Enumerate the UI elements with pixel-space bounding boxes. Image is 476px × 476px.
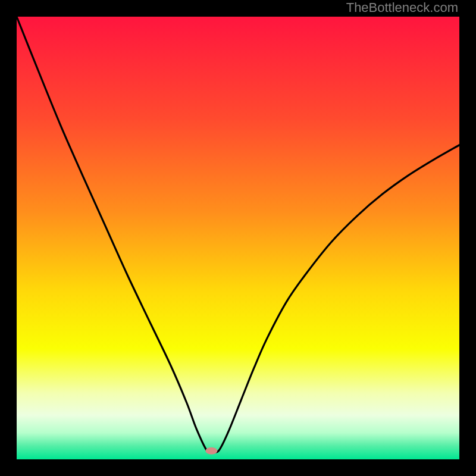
gradient-background (17, 17, 459, 459)
watermark-text: TheBottleneck.com (346, 0, 458, 15)
chart-svg (17, 17, 459, 459)
marker-dot (205, 447, 217, 455)
plot-area (17, 17, 459, 459)
chart-frame: TheBottleneck.com (0, 0, 476, 476)
